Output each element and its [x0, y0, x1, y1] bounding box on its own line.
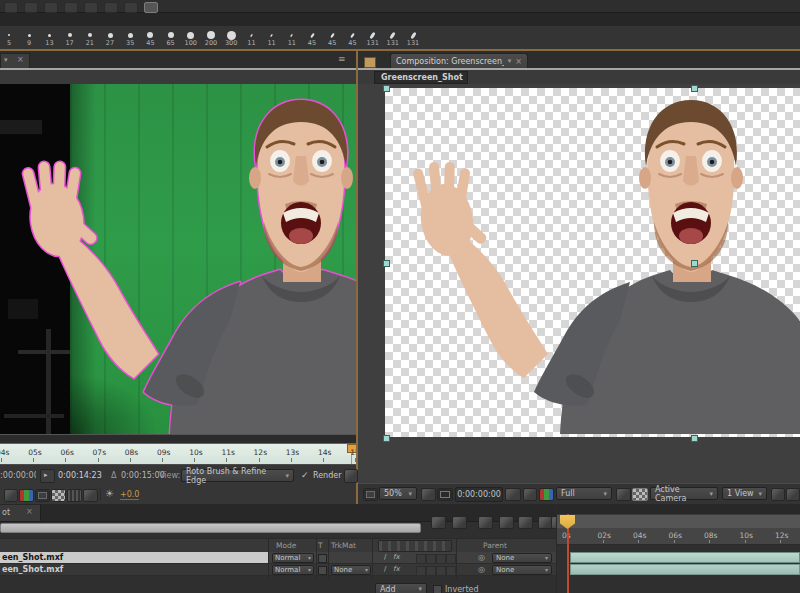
column-parent[interactable]: Parent: [483, 541, 507, 550]
brush-tip-item[interactable]: 100: [181, 26, 201, 49]
brush-tip-item[interactable]: 131: [363, 26, 383, 49]
layer-bar-1[interactable]: [570, 552, 800, 563]
roi-icon[interactable]: [616, 488, 631, 501]
column-mode[interactable]: Mode: [276, 541, 296, 550]
alpha-boundary-icon[interactable]: [4, 489, 18, 502]
switch-cell[interactable]: [426, 554, 436, 564]
brush-tip-item[interactable]: 45: [140, 26, 160, 49]
region-of-interest-icon[interactable]: [437, 488, 453, 501]
composition-viewer[interactable]: [358, 84, 800, 483]
brush-tip-item[interactable]: 200: [201, 26, 221, 49]
zoom-tool-icon[interactable]: [44, 2, 58, 13]
switch-cell[interactable]: [446, 554, 456, 564]
layer-bar-2[interactable]: [570, 564, 800, 575]
switch-cell[interactable]: [436, 554, 446, 564]
brush-tip-item[interactable]: 35: [120, 26, 140, 49]
switch-cell[interactable]: [416, 566, 426, 576]
brush-tip-item[interactable]: 5: [0, 26, 19, 49]
selection-tool-icon[interactable]: [4, 2, 18, 13]
brush-tip-item[interactable]: 300: [221, 26, 241, 49]
preserve-transparency-checkbox[interactable]: [318, 554, 327, 563]
transparency-grid-icon[interactable]: [632, 488, 648, 501]
brush-tip-item[interactable]: 65: [161, 26, 181, 49]
column-t[interactable]: T: [318, 541, 323, 550]
transparency-grid-icon[interactable]: [51, 489, 66, 502]
comp-marker-icon[interactable]: [431, 516, 446, 529]
fx-icon[interactable]: fx: [393, 565, 400, 573]
subtab-greenscreen-shot[interactable]: Greenscreen_Shot: [374, 71, 468, 84]
show-channel-icon[interactable]: [539, 488, 554, 501]
matte-overlay-icon[interactable]: [83, 489, 98, 502]
refine-edge-toggle-icon[interactable]: [344, 469, 358, 483]
panel-menu-icon[interactable]: ≡: [338, 54, 346, 64]
parent-pickwhip-icon[interactable]: ◎: [478, 565, 485, 574]
layer-row[interactable]: een_Shot.mxfNormal▾/fx◎None▾: [0, 552, 556, 564]
parent-dropdown[interactable]: None▾: [492, 553, 552, 563]
hand-tool-icon[interactable]: [24, 2, 38, 13]
mask-tool-icon[interactable]: [104, 2, 118, 13]
mask-inverted-checkbox[interactable]: [433, 585, 442, 593]
pan-behind-tool-icon[interactable]: [84, 2, 98, 13]
snapshot-camera-icon[interactable]: [505, 488, 521, 501]
view-dropdown[interactable]: Roto Brush & Refine Edge ▾: [181, 469, 294, 482]
timeline-tab-fragment[interactable]: ot ×: [0, 505, 41, 521]
close-icon[interactable]: ×: [515, 57, 522, 66]
layer-name[interactable]: een_Shot.mxf: [0, 552, 268, 563]
motion-blur-icon[interactable]: [518, 516, 533, 529]
resolution-dropdown[interactable]: Full ▾: [556, 487, 612, 500]
magnification-dropdown[interactable]: 50% ▾: [379, 487, 417, 500]
grid-guides-icon[interactable]: [421, 488, 436, 501]
brush-tip-item[interactable]: 17: [60, 26, 80, 49]
brush-tip-item[interactable]: 11: [262, 26, 282, 49]
brush-tool-icon[interactable]: [124, 2, 138, 13]
fx-icon[interactable]: fx: [393, 553, 400, 561]
show-channel-icon[interactable]: [19, 489, 34, 502]
render-checkbox[interactable]: ✓: [301, 470, 309, 480]
roto-brush-tool-icon[interactable]: [144, 2, 158, 13]
exposure-value[interactable]: +0.0: [120, 490, 139, 500]
switch-cell[interactable]: [416, 554, 426, 564]
in-time[interactable]: 0:00:00:00: [0, 471, 36, 480]
switch-cell[interactable]: [446, 566, 456, 576]
blend-mode-dropdown[interactable]: Normal▾: [272, 553, 314, 563]
show-snapshot-icon[interactable]: [523, 488, 537, 501]
tab-composition[interactable]: Composition: Greenscreen_Shot ▾ ×: [390, 53, 528, 68]
brush-tip-item[interactable]: 11: [282, 26, 302, 49]
draft-3d-icon[interactable]: [478, 516, 493, 529]
preserve-transparency-checkbox[interactable]: [318, 566, 327, 575]
brush-tip-item[interactable]: 131: [403, 26, 423, 49]
chevron-down-icon[interactable]: ▾: [4, 56, 8, 64]
switch-cell[interactable]: [436, 566, 446, 576]
brush-tip-item[interactable]: 9: [19, 26, 39, 49]
layer-viewer[interactable]: [0, 84, 356, 434]
blend-mode-dropdown[interactable]: Normal▾: [272, 565, 314, 575]
column-trkmat[interactable]: TrkMat: [331, 541, 356, 550]
brush-tip-item[interactable]: 11: [241, 26, 261, 49]
camera-view-dropdown[interactable]: Active Camera ▾: [650, 487, 718, 500]
layer-panel-tab-fragment[interactable]: ▾ ×: [0, 53, 30, 69]
frame-blend-icon[interactable]: [499, 516, 514, 529]
parent-dropdown[interactable]: None▾: [492, 565, 552, 575]
fast-preview-icon[interactable]: [786, 488, 800, 501]
brush-tip-item[interactable]: 45: [322, 26, 342, 49]
chevron-down-icon[interactable]: ▾: [508, 57, 512, 65]
exposure-icon[interactable]: ☀: [105, 488, 114, 499]
pencil-icon[interactable]: /: [384, 553, 386, 561]
comp-timecode[interactable]: 0:00:00:00: [455, 487, 503, 502]
viewer-lock-icon[interactable]: [363, 488, 378, 501]
parent-pickwhip-icon[interactable]: ◎: [478, 553, 485, 562]
layer-name[interactable]: een_Shot.mxf: [0, 564, 268, 575]
pencil-icon[interactable]: /: [384, 565, 386, 573]
layer-row[interactable]: een_Shot.mxfNormal▾None▾/fx◎None▾: [0, 564, 556, 576]
close-icon[interactable]: ×: [26, 507, 33, 516]
layer-time-ruler[interactable]: 04s05s06s07s08s09s10s11s12s13s14s15s: [0, 443, 356, 465]
brush-tip-item[interactable]: 45: [342, 26, 362, 49]
track-matte-dropdown[interactable]: None▾: [331, 565, 371, 575]
rotate-tool-icon[interactable]: [64, 2, 78, 13]
brush-tip-item[interactable]: 21: [80, 26, 100, 49]
timeline-ruler[interactable]: 0s02s04s06s08s10s12s: [556, 528, 800, 545]
brush-tip-item[interactable]: 27: [100, 26, 120, 49]
close-icon[interactable]: ×: [17, 55, 24, 64]
current-time[interactable]: 0:00:14:23: [58, 471, 102, 480]
footage-icon[interactable]: [67, 489, 82, 502]
